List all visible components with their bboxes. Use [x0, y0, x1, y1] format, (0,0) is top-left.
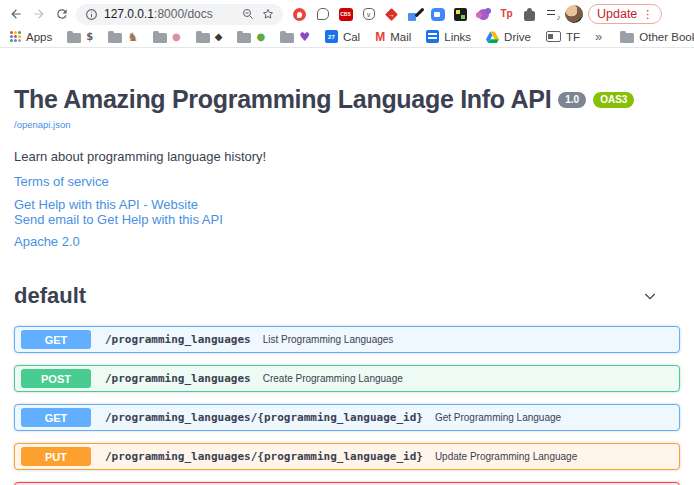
- bookmark-label: TF: [566, 31, 580, 43]
- endpoint-path: /programming_languages/{programming_lang…: [105, 411, 423, 424]
- video-camera-extension-icon[interactable]: [430, 7, 445, 22]
- zoom-out-icon[interactable]: [242, 8, 254, 20]
- leaf-emoji: ●: [256, 32, 265, 42]
- folder-icon: [280, 33, 294, 43]
- bookmark-label: Other Bookmarks: [639, 31, 694, 43]
- bookmark-star-icon[interactable]: [262, 8, 274, 20]
- gmail-icon: M: [375, 31, 385, 43]
- chat-bubble-extension-icon[interactable]: [315, 7, 330, 22]
- bookmark-cal[interactable]: 27 Cal: [325, 30, 360, 43]
- drive-icon: [486, 31, 499, 43]
- apps-grid-icon: [10, 31, 21, 42]
- bookmark-label: Drive: [504, 31, 531, 43]
- endpoint-path: /programming_languages: [105, 333, 251, 346]
- other-bookmarks[interactable]: Other Bookmarks: [620, 31, 694, 43]
- endpoint-path: /programming_languages: [105, 372, 251, 385]
- endpoint-path: /programming_languages/{programming_lang…: [105, 450, 423, 463]
- bookmark-folder-brain[interactable]: ●: [153, 31, 181, 43]
- brain-emoji: ●: [172, 32, 181, 42]
- method-badge: POST: [21, 369, 91, 388]
- endpoint-row-get-list[interactable]: GET /programming_languages List Programm…: [14, 326, 680, 353]
- red-diamond-extension-icon[interactable]: →: [384, 7, 399, 22]
- bookmark-label: Apps: [26, 31, 52, 43]
- forward-icon[interactable]: [30, 5, 48, 23]
- folder-icon: [620, 33, 634, 43]
- bookmark-drive[interactable]: Drive: [486, 31, 531, 43]
- bookmark-label: Mail: [390, 31, 411, 43]
- chevron-down-icon[interactable]: [642, 288, 680, 304]
- folder-icon: [237, 33, 251, 43]
- bookmark-folder-graduation[interactable]: ◆: [196, 31, 223, 43]
- folder-icon: [67, 33, 81, 43]
- endpoint-summary: Update Programming Language: [435, 451, 577, 462]
- bookmark-folder-dollar[interactable]: $: [67, 31, 93, 43]
- folder-icon: [196, 33, 210, 43]
- oas3-badge: OAS3: [593, 92, 634, 108]
- tp-extension-icon[interactable]: Tp: [499, 7, 514, 22]
- endpoint-row-put-update[interactable]: PUT /programming_languages/{programming_…: [14, 443, 680, 470]
- horse-emoji: ♞: [127, 31, 138, 43]
- endpoint-row-get-one[interactable]: GET /programming_languages/{programming_…: [14, 404, 680, 431]
- method-badge: GET: [21, 408, 91, 427]
- update-button[interactable]: Update ⋮: [588, 4, 662, 24]
- license-link[interactable]: Apache 2.0: [14, 234, 680, 249]
- browser-toolbar: 127.0.0.1:8000/docs CBS ∨ → Tp Update ⋮: [0, 0, 694, 28]
- page-info-icon[interactable]: [85, 8, 98, 21]
- links-icon: [426, 30, 439, 43]
- dollar-emoji: $: [86, 32, 93, 42]
- purple-heart-emoji: ♥: [299, 31, 310, 43]
- bookmarks-overflow-chevron-icon[interactable]: »: [595, 29, 602, 44]
- tag-section-title: default: [14, 283, 86, 309]
- folder-icon: [153, 33, 167, 43]
- url-path: :8000/docs: [154, 7, 213, 21]
- puzzle-extension-icon[interactable]: [522, 7, 537, 22]
- calendar-icon: 27: [325, 30, 338, 43]
- openapi-spec-link[interactable]: /openapi.json: [14, 119, 71, 130]
- help-website-link[interactable]: Get Help with this API - Website: [14, 197, 680, 212]
- qr-code-extension-icon[interactable]: [453, 7, 468, 22]
- address-bar[interactable]: 127.0.0.1:8000/docs: [76, 4, 283, 25]
- red-drop-extension-icon[interactable]: [292, 7, 307, 22]
- bookmark-links[interactable]: Links: [426, 30, 471, 43]
- terms-of-service-link[interactable]: Terms of service: [14, 174, 680, 189]
- purple-flower-extension-icon[interactable]: [476, 7, 491, 22]
- bookmark-mail[interactable]: M Mail: [375, 31, 411, 43]
- endpoint-row-post-create[interactable]: POST /programming_languages Create Progr…: [14, 365, 680, 392]
- cbs-extension-icon[interactable]: CBS: [338, 7, 353, 22]
- version-badge: 1.0: [558, 92, 586, 108]
- bookmark-folder-heart[interactable]: ♥: [280, 31, 310, 43]
- url-text[interactable]: 127.0.0.1:8000/docs: [104, 7, 213, 21]
- bookmarks-bar: Apps $ ♞ ● ◆ ● ♥ 27 Cal M Mail Links Dri: [0, 28, 694, 48]
- bookmark-folder-leaf[interactable]: ●: [237, 31, 265, 43]
- method-badge: GET: [21, 330, 91, 349]
- update-label: Update: [597, 7, 637, 21]
- folder-icon: [108, 33, 122, 43]
- bookmark-tf[interactable]: TF: [546, 31, 580, 43]
- api-description: Learn about programming language history…: [14, 149, 680, 164]
- endpoint-summary: List Programming Languages: [263, 334, 394, 345]
- operations-list: GET /programming_languages List Programm…: [14, 326, 680, 485]
- tf-icon: [546, 31, 561, 42]
- endpoint-summary: Get Programming Language: [435, 412, 561, 423]
- api-info: The Amazing Programming Language Info AP…: [14, 48, 680, 249]
- playlist-extension-icon[interactable]: [545, 7, 560, 22]
- bookmark-apps[interactable]: Apps: [10, 31, 52, 43]
- refresh-icon[interactable]: [53, 5, 71, 23]
- method-badge: PUT: [21, 447, 91, 466]
- swagger-page: The Amazing Programming Language Info AP…: [0, 48, 694, 485]
- browser-menu-icon[interactable]: ⋮: [642, 8, 653, 21]
- page-title: The Amazing Programming Language Info AP…: [14, 85, 551, 114]
- extensions-row: CBS ∨ → Tp: [292, 7, 560, 22]
- color-picker-extension-icon[interactable]: [407, 7, 422, 22]
- graduation-cap-emoji: ◆: [215, 32, 223, 42]
- endpoint-summary: Create Programming Language: [263, 373, 403, 384]
- pocket-extension-icon[interactable]: ∨: [361, 7, 376, 22]
- profile-avatar[interactable]: [565, 5, 583, 23]
- back-icon[interactable]: [7, 5, 25, 23]
- bookmark-label: Links: [444, 31, 471, 43]
- tag-section-header[interactable]: default: [14, 277, 680, 315]
- bookmark-label: Cal: [343, 31, 360, 43]
- bookmark-folder-horse[interactable]: ♞: [108, 31, 138, 43]
- help-email-link[interactable]: Send email to Get Help with this API: [14, 212, 680, 227]
- url-host: 127.0.0.1: [104, 7, 154, 21]
